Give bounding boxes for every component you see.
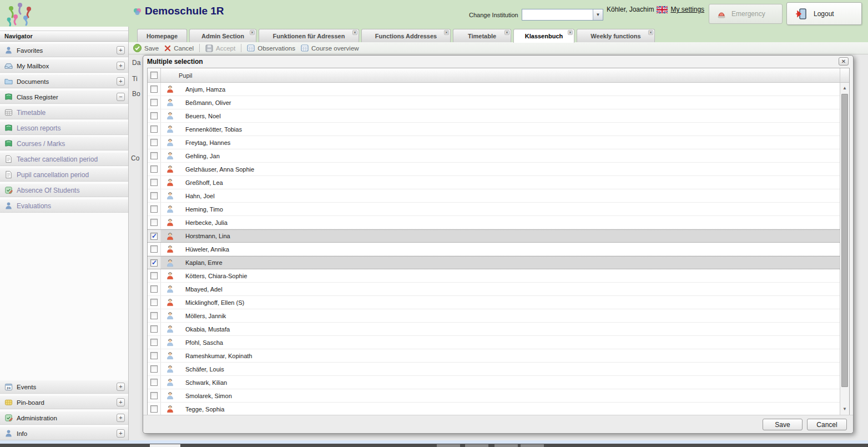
pupil-row[interactable]: Freytag, Hannes	[148, 136, 840, 149]
pupil-row[interactable]: Micklinghoff, Ellen (S)	[148, 296, 840, 309]
pupil-checkbox[interactable]	[150, 245, 158, 253]
pupil-row[interactable]: Horstmann, Lina	[148, 229, 840, 243]
pupil-checkbox[interactable]	[150, 325, 158, 333]
pupil-checkbox[interactable]	[150, 219, 158, 226]
expand-button[interactable]: +	[117, 77, 125, 86]
pupil-checkbox[interactable]	[150, 285, 158, 293]
chevron-down-icon[interactable]: ▼	[593, 9, 603, 20]
pupil-row[interactable]: Hahn, Joel	[148, 189, 840, 203]
close-icon[interactable]: ✕	[444, 30, 449, 35]
collapse-button[interactable]: −	[117, 93, 125, 101]
expand-button[interactable]: +	[117, 398, 125, 406]
pupil-row[interactable]: Gelzhäuser, Anna Sophie	[148, 163, 840, 176]
pupil-row[interactable]: Okabia, Mustafa	[148, 323, 840, 336]
cancel-button[interactable]: Cancel	[164, 45, 194, 52]
pupil-row[interactable]: Kaplan, Emre	[148, 256, 840, 269]
tab-functions-addresses[interactable]: Functions Addresses✕	[361, 29, 451, 42]
tab-funktionen-fuer-adressen[interactable]: Funktionen für Adressen✕	[259, 29, 359, 42]
sidebar-item-pin-board[interactable]: Pin-board +	[0, 396, 128, 409]
expand-button[interactable]: +	[117, 46, 125, 54]
pupil-row[interactable]: Heming, Timo	[148, 203, 840, 216]
sidebar-item-events[interactable]: 24 Events +	[0, 380, 128, 394]
pupil-row[interactable]: Greßhoff, Lea	[148, 176, 840, 189]
pupil-checkbox[interactable]	[150, 312, 158, 319]
sidebar-item-timetable[interactable]: Timetable	[0, 106, 128, 119]
scroll-up-icon[interactable]: ▲	[840, 84, 849, 93]
logout-button[interactable]: Logout	[786, 2, 862, 25]
pupil-row[interactable]: Kötters, Chiara-Sophie	[148, 269, 840, 283]
pupil-checkbox[interactable]	[150, 352, 158, 359]
scroll-down-icon[interactable]: ▼	[840, 405, 849, 414]
pupil-checkbox[interactable]	[150, 152, 158, 159]
close-icon[interactable]: ✕	[648, 30, 653, 35]
close-icon[interactable]: ✕	[568, 30, 573, 35]
pupil-row[interactable]: Beßmann, Oliver	[148, 96, 840, 109]
pupil-checkbox[interactable]	[150, 139, 158, 146]
sidebar-item-my-mailbox[interactable]: My Mailbox +	[0, 59, 128, 73]
pupil-checkbox[interactable]	[150, 259, 158, 267]
pupil-row[interactable]: Herbecke, Julia	[148, 216, 840, 229]
pupil-checkbox[interactable]	[150, 86, 158, 93]
pupil-checkbox[interactable]	[150, 379, 158, 386]
pupil-checkbox[interactable]	[150, 339, 158, 346]
expand-button[interactable]: +	[117, 429, 125, 438]
tab-timetable[interactable]: Timetable✕	[453, 29, 511, 42]
pupil-checkbox[interactable]	[150, 405, 158, 413]
pupil-row[interactable]: Pfohl, Sascha	[148, 336, 840, 349]
sidebar-item-pupil-cancellation-period[interactable]: Pupil cancellation period	[0, 168, 128, 182]
pupil-checkbox[interactable]	[150, 299, 158, 306]
tab-weekly-functions[interactable]: Weekly functions✕	[577, 29, 655, 42]
emergency-button[interactable]: Emergency	[709, 4, 783, 24]
pupil-checkbox[interactable]	[150, 272, 158, 279]
save-button[interactable]: Save	[763, 419, 803, 430]
vertical-scrollbar[interactable]: ▲ ▼	[840, 83, 849, 415]
pupil-row[interactable]: Schwark, Kilian	[148, 376, 840, 389]
tab-admin-section[interactable]: Admin Section✕	[189, 29, 256, 42]
institution-select[interactable]: ▼	[522, 9, 603, 21]
pupil-row[interactable]: Fennenkötter, Tobias	[148, 123, 840, 136]
select-all-checkbox[interactable]	[150, 72, 158, 79]
sidebar-item-courses-marks[interactable]: Courses / Marks	[0, 137, 128, 150]
expand-button[interactable]: +	[117, 383, 125, 391]
tab-homepage[interactable]: Homepage	[137, 29, 187, 42]
pupil-row[interactable]: Mbayed, Adel	[148, 283, 840, 296]
pupil-row[interactable]: Schäfer, Louis	[148, 363, 840, 376]
pupil-row[interactable]: Möllers, Jannik	[148, 309, 840, 323]
sidebar-item-favorites[interactable]: Favorites +	[0, 44, 128, 57]
pupil-checkbox[interactable]	[150, 179, 158, 186]
scrollbar-thumb[interactable]	[841, 94, 848, 387]
sidebar-item-absence-of-students[interactable]: Absence Of Students	[0, 184, 128, 197]
pupil-row[interactable]: Tegge, Sophia	[148, 403, 840, 415]
observations-button[interactable]: Observations	[247, 44, 295, 52]
pupil-row[interactable]: Gehling, Jan	[148, 149, 840, 163]
close-icon[interactable]: ✕	[352, 30, 357, 35]
pupil-row[interactable]: Hüweler, Annika	[148, 243, 840, 256]
pupil-checkbox[interactable]	[150, 165, 158, 173]
my-settings-link[interactable]: My settings	[670, 6, 704, 13]
pupil-checkbox[interactable]	[150, 192, 158, 199]
sidebar-item-class-register[interactable]: Class Register −	[0, 91, 128, 104]
pupil-checkbox[interactable]	[150, 112, 158, 119]
pupil-row[interactable]: Beuers, Noel	[148, 109, 840, 123]
save-button[interactable]: Save	[133, 44, 159, 52]
sidebar-item-documents[interactable]: Documents +	[0, 75, 128, 88]
sidebar-item-info[interactable]: Info +	[0, 427, 128, 440]
course-overview-button[interactable]: Course overview	[301, 44, 359, 52]
pupil-row[interactable]: Anjum, Hamza	[148, 83, 840, 96]
sidebar-item-evaluations[interactable]: Evaluations	[0, 199, 128, 213]
sidebar-item-teacher-cancellation-period[interactable]: Teacher cancellation period	[0, 153, 128, 166]
pupil-checkbox[interactable]	[150, 365, 158, 373]
pupil-checkbox[interactable]	[150, 392, 158, 399]
pupil-checkbox[interactable]	[150, 99, 158, 106]
sidebar-item-lesson-reports[interactable]: Lesson reports	[0, 122, 128, 135]
pupil-checkbox[interactable]	[150, 233, 158, 240]
pupil-row[interactable]: Rameshkumar, Kopinath	[148, 349, 840, 363]
pupil-row[interactable]: Smolarek, Simon	[148, 389, 840, 403]
tab-klassenbuch[interactable]: Klassenbuch✕	[513, 29, 574, 43]
cancel-button[interactable]: Cancel	[807, 419, 847, 430]
sidebar-item-administration[interactable]: Administration +	[0, 411, 128, 425]
expand-button[interactable]: +	[117, 62, 125, 70]
pupil-checkbox[interactable]	[150, 205, 158, 213]
expand-button[interactable]: +	[117, 414, 125, 422]
close-icon[interactable]: ✕	[250, 30, 255, 35]
